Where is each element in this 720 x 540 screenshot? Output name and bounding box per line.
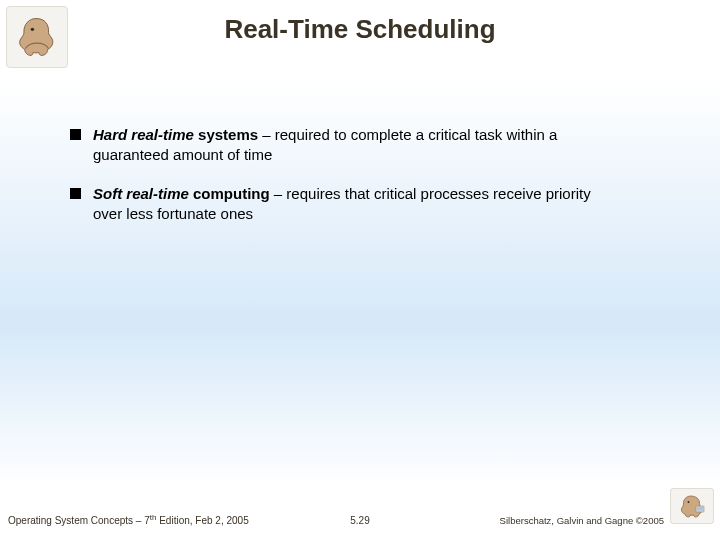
bullet-item: Soft real-time computing – requires that…: [70, 184, 610, 225]
bullet-text: Soft real-time computing – requires that…: [93, 184, 610, 225]
content-area: Hard real-time systems – required to com…: [70, 125, 610, 242]
slide: Real-Time Scheduling Hard real-time syst…: [0, 0, 720, 540]
slide-title: Real-Time Scheduling: [0, 14, 720, 45]
footer-left: Operating System Concepts – 7th Edition,…: [8, 513, 249, 526]
square-bullet-icon: [70, 129, 81, 140]
square-bullet-icon: [70, 188, 81, 199]
footer-page-number: 5.29: [350, 515, 369, 526]
bullet-text: Hard real-time systems – required to com…: [93, 125, 610, 166]
logo-bottom: [670, 488, 714, 524]
footer: Operating System Concepts – 7th Edition,…: [0, 500, 720, 530]
svg-point-1: [688, 501, 690, 503]
svg-rect-3: [697, 507, 703, 511]
dinosaur-small-icon: [676, 491, 708, 521]
footer-copyright: Silberschatz, Galvin and Gagne ©2005: [500, 515, 664, 526]
bullet-item: Hard real-time systems – required to com…: [70, 125, 610, 166]
